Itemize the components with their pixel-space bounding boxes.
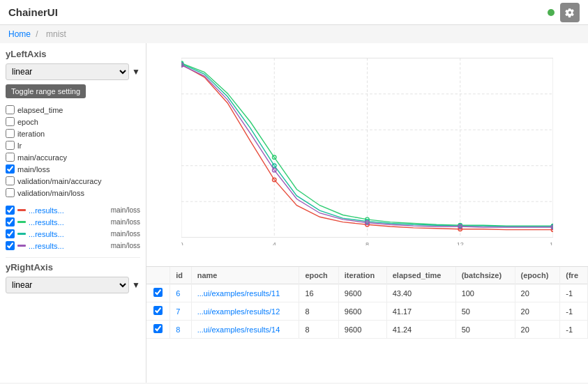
checkbox-main-accuracy[interactable] (6, 153, 15, 162)
row-iteration-2: 9600 (338, 321, 386, 339)
checkbox-val-accuracy[interactable] (6, 176, 15, 185)
app-title: ChainerUI (8, 6, 58, 18)
row-checkbox-1[interactable] (153, 306, 163, 315)
settings-button[interactable] (560, 3, 580, 22)
row-name-2: ...ui/examples/results/14 (191, 321, 299, 339)
row-ep-2: 20 (515, 321, 560, 339)
th-iteration: iteration (338, 267, 386, 284)
label-iteration: iteration (17, 130, 45, 138)
breadcrumb-current: mnist (46, 29, 66, 39)
checkbox-iteration[interactable] (6, 129, 15, 138)
table-row: 6 ...ui/examples/results/11 16 9600 43.4… (146, 284, 588, 302)
label-lr: lr (17, 141, 22, 150)
th-epoch: epoch (299, 267, 338, 284)
row-name-1: ...ui/examples/results/12 (191, 302, 299, 321)
row-id-1[interactable]: 7 (170, 302, 192, 321)
checkbox-val-loss[interactable] (6, 188, 15, 197)
row-iteration-0: 9600 (338, 284, 386, 302)
chart-container: 0.6000 0.4500 0.3000 0.1500 0 0.9900 0.9… (146, 43, 588, 266)
legend-row-2: ...results... main/loss (6, 228, 140, 240)
checkbox-epoch[interactable] (6, 117, 15, 126)
svg-text:16: 16 (550, 241, 553, 245)
legend-color-2 (17, 233, 26, 235)
row-name-link-0[interactable]: ...ui/examples/results/11 (197, 289, 280, 298)
row-ep-0: 20 (515, 284, 560, 302)
y-left-scale-select[interactable]: linear log (6, 63, 129, 80)
row-name-link-2[interactable]: ...ui/examples/results/14 (197, 325, 280, 334)
legend-row-1: ...results... main/loss (6, 216, 140, 228)
row-id-0[interactable]: 6 (170, 284, 192, 302)
status-indicator (548, 9, 555, 16)
row-id-2[interactable]: 8 (170, 321, 192, 339)
th-name: name (191, 267, 299, 284)
checkbox-main-loss[interactable] (6, 164, 15, 174)
table-header: id name epoch iteration elapsed_time (ba… (146, 267, 588, 284)
legend-checkbox-1[interactable] (6, 217, 15, 226)
row-elapsed-0: 43.40 (386, 284, 455, 302)
checkbox-lr[interactable] (6, 141, 15, 150)
list-item-main-loss: main/loss (6, 163, 140, 175)
sidebar: yLeftAxis linear log ▼ Toggle range sett… (0, 43, 146, 383)
table-body: 6 ...ui/examples/results/11 16 9600 43.4… (146, 284, 588, 339)
th-fre: (fre (560, 267, 588, 284)
row-checkbox-cell-0 (146, 284, 170, 302)
svg-text:12: 12 (457, 241, 464, 245)
label-main-loss: main/loss (17, 165, 50, 174)
legend-label-3: ...results... (29, 242, 108, 250)
th-epoch-param: (epoch) (515, 267, 560, 284)
results-table-container: id name epoch iteration elapsed_time (ba… (146, 266, 588, 383)
table-row: 8 ...ui/examples/results/14 8 9600 41.24… (146, 321, 588, 339)
chart-and-table: 0.6000 0.4500 0.3000 0.1500 0 0.9900 0.9… (146, 43, 588, 383)
y-right-scale-row: linear log ▼ (6, 277, 140, 293)
legend-rows: ...results... main/loss ...results... ma… (6, 204, 140, 252)
row-batchsize-1: 50 (455, 302, 515, 321)
toggle-range-button[interactable]: Toggle range setting (6, 84, 86, 98)
main-layout: yLeftAxis linear log ▼ Toggle range sett… (0, 43, 588, 383)
legend-metric-2: main/loss (111, 230, 140, 238)
select-arrow: ▼ (132, 67, 140, 77)
results-table: id name epoch iteration elapsed_time (ba… (146, 267, 588, 339)
chart-svg: 0.6000 0.4500 0.3000 0.1500 0 0.9900 0.9… (181, 50, 553, 245)
label-epoch: epoch (17, 118, 38, 126)
th-checkbox (146, 267, 170, 284)
row-epoch-2: 8 (299, 321, 338, 339)
y-right-axis-title: yRightAxis (6, 262, 140, 272)
legend-checkbox-0[interactable] (6, 206, 15, 215)
legend-row-0: ...results... main/loss (6, 204, 140, 216)
list-item-iteration: iteration (6, 128, 140, 139)
row-checkbox-cell-1 (146, 302, 170, 321)
gear-icon (565, 8, 575, 17)
legend-color-1 (17, 221, 26, 223)
sidebar-divider (6, 257, 140, 258)
header-controls (548, 3, 580, 22)
breadcrumb: Home / mnist (0, 25, 588, 43)
list-item-elapsed-time: elapsed_time (6, 104, 140, 116)
svg-text:0: 0 (181, 241, 183, 245)
row-checkbox-cell-2 (146, 321, 170, 339)
row-fre-1: -1 (560, 302, 588, 321)
legend-label-0: ...results... (29, 206, 108, 215)
label-elapsed-time: elapsed_time (17, 106, 63, 114)
legend-checkbox-3[interactable] (6, 241, 15, 250)
scale-select-row: linear log ▼ (6, 63, 140, 80)
legend-color-3 (17, 245, 26, 247)
row-ep-1: 20 (515, 302, 560, 321)
legend-row-3: ...results... main/loss (6, 240, 140, 252)
legend-color-0 (17, 209, 26, 211)
breadcrumb-home[interactable]: Home (8, 29, 31, 39)
legend-metric-1: main/loss (111, 218, 140, 226)
row-checkbox-0[interactable] (153, 288, 163, 297)
row-fre-0: -1 (560, 284, 588, 302)
row-name-link-1[interactable]: ...ui/examples/results/12 (197, 307, 280, 316)
legend-metric-3: main/loss (111, 242, 140, 249)
checkbox-elapsed-time[interactable] (6, 105, 15, 114)
table-header-row: id name epoch iteration elapsed_time (ba… (146, 267, 588, 284)
y-right-scale-select[interactable]: linear log (6, 277, 129, 293)
row-elapsed-2: 41.24 (386, 321, 455, 339)
row-name-0: ...ui/examples/results/11 (191, 284, 299, 302)
legend-checkbox-2[interactable] (6, 229, 15, 238)
line-red (181, 65, 553, 230)
th-batchsize: (batchsize) (455, 267, 515, 284)
svg-text:8: 8 (365, 241, 369, 245)
row-checkbox-2[interactable] (153, 324, 163, 333)
